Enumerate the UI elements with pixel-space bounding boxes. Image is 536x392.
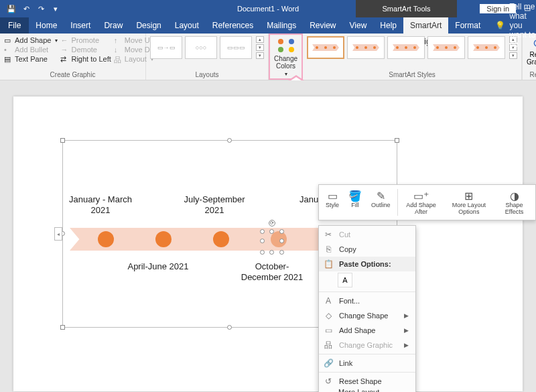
timeline-label[interactable]: October-December 2021 xyxy=(239,261,306,282)
resize-handle[interactable] xyxy=(60,325,65,330)
change-shape-icon: ◇ xyxy=(323,311,334,320)
mini-shape-effects-button[interactable]: ◑Shape Effects xyxy=(496,188,533,217)
paste-icon: 📋 xyxy=(323,259,334,269)
undo-icon[interactable]: ↶ xyxy=(20,3,32,15)
layout-thumb-1[interactable]: ▭→▭ xyxy=(150,36,182,59)
tab-design[interactable]: Design xyxy=(129,17,168,34)
tab-home[interactable]: Home xyxy=(29,17,64,34)
cut-icon: ✂ xyxy=(323,230,334,239)
layout-thumb-2[interactable]: ○○○ xyxy=(185,36,217,59)
resize-handle[interactable] xyxy=(60,138,65,143)
tab-file[interactable]: File xyxy=(0,17,29,34)
timeline-label[interactable]: January - March 2021 xyxy=(67,194,134,215)
layout-options-icon: ⊞ xyxy=(464,189,473,202)
tell-me[interactable]: 💡 Tell me what you want to do xyxy=(487,2,536,49)
add-shape-button[interactable]: ▭Add Shape▾ xyxy=(4,36,58,44)
layouts-more-icon[interactable]: ▾ xyxy=(256,52,264,59)
ctx-change-graphic: 品Change Graphic▶ xyxy=(319,338,415,352)
mini-add-shape-after-button[interactable]: ▭⁺Add Shape After xyxy=(400,188,442,217)
layouts-scroll-down-icon[interactable]: ▾ xyxy=(256,44,264,51)
timeline-dot[interactable] xyxy=(155,231,172,247)
style-thumb-1[interactable] xyxy=(307,36,344,59)
tab-references[interactable]: References xyxy=(206,17,260,34)
group-label-create: Create Graphic xyxy=(4,70,141,80)
ctx-reset-shape[interactable]: ↺Reset Shape xyxy=(319,374,415,389)
mini-style-button[interactable]: ▭Style xyxy=(322,188,343,217)
submenu-arrow-icon: ▶ xyxy=(404,342,409,348)
redo-icon[interactable]: ↷ xyxy=(35,3,47,15)
fill-icon: 🪣 xyxy=(348,189,362,202)
ctx-change-shape[interactable]: ◇Change Shape▶ xyxy=(319,308,415,323)
group-create-graphic: ▭Add Shape▾ ←Promote ↑Move Up •Add Bulle… xyxy=(0,34,146,80)
qat-dropdown-icon[interactable]: ▾ xyxy=(50,3,62,15)
style-thumb-4[interactable] xyxy=(427,36,465,59)
tab-review[interactable]: Review xyxy=(303,17,342,34)
resize-handle[interactable] xyxy=(260,250,265,255)
ctx-font[interactable]: AFont... xyxy=(319,293,415,308)
page[interactable]: ◂ ⟳ January - March 2021 July-September … xyxy=(13,96,523,391)
resize-handle[interactable] xyxy=(395,138,399,143)
ctx-more-layout-options[interactable]: ⊞More Layout Options... xyxy=(319,389,415,392)
reset-shape-icon: ↺ xyxy=(323,377,334,386)
mini-outline-button[interactable]: ✎Outline xyxy=(367,188,395,217)
tell-me-label: Tell me what you want to do xyxy=(509,2,536,49)
lightbulb-icon: 💡 xyxy=(495,21,505,30)
tab-format[interactable]: Format xyxy=(448,17,487,34)
promote-button: ←Promote xyxy=(60,36,111,44)
resize-handle[interactable] xyxy=(260,239,265,243)
resize-handle[interactable] xyxy=(279,229,284,234)
resize-handle[interactable] xyxy=(227,325,232,330)
text-pane-toggle[interactable]: ◂ xyxy=(54,227,62,241)
mini-more-layout-button[interactable]: ⊞More Layout Options xyxy=(444,188,494,217)
ctx-copy[interactable]: ⎘Copy xyxy=(319,242,415,257)
tab-layout[interactable]: Layout xyxy=(168,17,206,34)
resize-handle[interactable] xyxy=(269,250,274,255)
ribbon-tabs: File Home Insert Draw Design Layout Refe… xyxy=(0,17,536,34)
rotate-handle-icon[interactable]: ⟳ xyxy=(269,220,275,226)
timeline-dot[interactable] xyxy=(213,231,229,247)
style-thumb-3[interactable] xyxy=(387,36,425,59)
submenu-arrow-icon: ▶ xyxy=(404,327,409,334)
save-icon[interactable]: 💾 xyxy=(5,3,17,15)
group-layouts: ▭→▭ ○○○ ▭▭▭ ▴ ▾ ▾ Layouts xyxy=(146,34,269,80)
title-bar: 💾 ↶ ↷ ▾ Document1 - Word SmartArt Tools … xyxy=(0,0,536,17)
ctx-paste-options-header: 📋Paste Options: xyxy=(319,257,415,271)
style-icon: ▭ xyxy=(328,189,338,202)
change-colors-button[interactable]: ChangeColors ▾ xyxy=(269,34,303,80)
link-icon: 🔗 xyxy=(323,358,334,368)
layouts-scroll-up-icon[interactable]: ▴ xyxy=(256,36,264,43)
timeline-dot[interactable] xyxy=(98,231,114,247)
submenu-arrow-icon: ▶ xyxy=(404,312,409,319)
resize-handle[interactable] xyxy=(279,250,284,255)
right-to-left-button[interactable]: ⇄Right to Left xyxy=(60,55,111,63)
tab-view[interactable]: View xyxy=(343,17,374,34)
text-pane-button[interactable]: ▤Text Pane xyxy=(4,55,58,63)
tab-mailings[interactable]: Mailings xyxy=(260,17,303,34)
tab-smartart-design[interactable]: SmartArt Design xyxy=(403,17,448,34)
ctx-paste-row: A xyxy=(319,271,415,290)
add-shape-icon: ▭ xyxy=(323,326,334,335)
mini-fill-button[interactable]: 🪣Fill xyxy=(344,188,366,217)
tab-draw[interactable]: Draw xyxy=(97,17,129,34)
styles-more-icon[interactable]: ▾ xyxy=(509,52,517,59)
timeline-label[interactable]: April-June 2021 xyxy=(125,261,192,272)
timeline-label[interactable]: July-September 2021 xyxy=(181,194,248,215)
mini-toolbar: ▭Style 🪣Fill ✎Outline ▭⁺Add Shape After … xyxy=(318,184,536,220)
paste-text-only-button[interactable]: A xyxy=(338,273,352,287)
resize-handle[interactable] xyxy=(269,229,274,234)
separator xyxy=(397,189,398,216)
tab-help[interactable]: Help xyxy=(373,17,403,34)
layout-thumb-3[interactable]: ▭▭▭ xyxy=(220,36,252,59)
ribbon: ▭Add Shape▾ ←Promote ↑Move Up •Add Bulle… xyxy=(0,34,536,80)
ctx-link[interactable]: 🔗Link xyxy=(319,356,415,371)
context-menu: ✂Cut ⎘Copy 📋Paste Options: A AFont... ◇C… xyxy=(318,225,416,392)
group-label-layouts: Layouts xyxy=(150,70,264,80)
style-thumb-2[interactable] xyxy=(347,36,385,59)
resize-handle[interactable] xyxy=(227,138,232,143)
resize-handle[interactable] xyxy=(279,239,284,243)
group-label-reset: Reset xyxy=(527,70,536,80)
resize-handle[interactable] xyxy=(260,229,265,234)
document-canvas: ◂ ⟳ January - March 2021 July-September … xyxy=(0,80,536,392)
tab-insert[interactable]: Insert xyxy=(64,17,97,34)
ctx-add-shape[interactable]: ▭Add Shape▶ xyxy=(319,323,415,338)
